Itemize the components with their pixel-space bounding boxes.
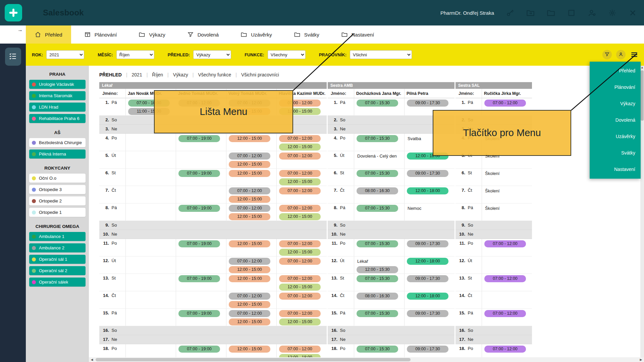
shift-badge[interactable]: 12:00 - 15:00 xyxy=(229,196,270,203)
side-menu-item[interactable]: Svátky xyxy=(590,145,641,161)
shift-badge[interactable]: 07:00 - 15:30 xyxy=(357,170,398,177)
shift-badge[interactable]: 07:00 - 12:00 xyxy=(484,100,526,107)
scroll-right-arrow-icon[interactable]: ▶ xyxy=(638,357,644,362)
shift-badge[interactable]: 07:00 - 15:30 xyxy=(357,240,398,247)
shift-badge[interactable]: 12:00 - 18:00 xyxy=(407,187,448,194)
shift-badge[interactable]: 12:00 - 15:30 xyxy=(357,266,398,273)
shift-badge[interactable]: 07:00 - 12:00 xyxy=(229,187,270,194)
sidebar-item[interactable]: Oční O.o xyxy=(29,174,86,183)
shift-badge[interactable]: 09:00 - 17:30 xyxy=(407,310,448,317)
shift-badge[interactable]: 07:00 - 15:30 xyxy=(357,275,398,282)
side-menu-item[interactable]: Uzávěrky xyxy=(590,128,641,145)
sidebar-item[interactable]: Ortopedie 1 xyxy=(29,208,86,217)
shift-badge[interactable]: 09:00 - 17:30 xyxy=(407,275,448,282)
tab-prehled[interactable]: Přehled xyxy=(26,25,71,44)
scroll-left-arrow-icon[interactable]: ◀ xyxy=(89,357,95,362)
shift-note[interactable]: Školení xyxy=(485,170,532,177)
shift-badge[interactable]: 07:00 - 12:00 xyxy=(279,187,321,194)
side-menu-item[interactable]: Nastavení xyxy=(590,161,641,178)
side-menu-item[interactable]: Přehled xyxy=(590,63,641,79)
breadcrumb-item[interactable]: Všechny funkce xyxy=(198,72,231,77)
shift-note[interactable]: Nemoc xyxy=(408,205,454,212)
sidebar-item[interactable]: Ortopedie 2 xyxy=(29,196,86,205)
shift-badge[interactable]: 07:00 - 15:30 xyxy=(357,205,398,212)
sidebar-item[interactable]: Ortopedie 3 xyxy=(29,185,86,194)
shift-badge[interactable]: 07:00 - 12:00 xyxy=(279,135,321,142)
shift-badge[interactable]: 12:00 - 15:00 xyxy=(229,266,270,273)
shift-badge[interactable]: 12:00 - 15:00 xyxy=(229,318,270,325)
shift-badge[interactable]: 07:00 - 12:00 xyxy=(279,258,321,265)
sidebar-item[interactable]: Rehabilitace Praha 6 xyxy=(29,114,86,123)
horizontal-scrollbar-track[interactable] xyxy=(95,357,638,362)
side-menu-item[interactable]: Výkazy xyxy=(590,96,641,112)
sidebar-item[interactable]: Ambulance 2 xyxy=(29,243,86,252)
side-menu-item[interactable]: Plánování xyxy=(590,79,641,96)
breadcrumb-item[interactable]: PŘEHLED xyxy=(99,72,122,77)
scroll-up-arrow-icon[interactable]: ▲ xyxy=(640,66,644,70)
shift-note[interactable]: Školení xyxy=(485,205,532,212)
shift-badge[interactable]: 09:00 - 17:30 xyxy=(407,100,448,107)
checklist-button[interactable] xyxy=(5,48,21,66)
shift-badge[interactable]: 07:00 - 15:30 xyxy=(357,310,398,317)
app-logo-icon[interactable] xyxy=(5,4,22,21)
shift-badge[interactable]: 09:00 - 17:30 xyxy=(407,346,448,353)
tab-planovani[interactable]: Plánování xyxy=(75,25,126,44)
shift-badge[interactable]: 07:00 - 19:00 xyxy=(178,135,220,142)
filter-select-funkce[interactable]: Všechny xyxy=(268,50,306,59)
shift-badge[interactable]: 07:00 - 19:00 xyxy=(178,240,220,247)
shift-badge[interactable]: 07:00 - 12:00 xyxy=(229,258,270,265)
shift-badge[interactable]: 07:00 - 12:00 xyxy=(279,346,321,353)
shift-badge[interactable]: 12:00 - 15:00 xyxy=(229,135,270,142)
side-menu-item[interactable]: Dovolená xyxy=(590,112,641,128)
shift-badge[interactable]: 07:00 - 12:00 xyxy=(229,310,270,317)
sidebar-item[interactable]: Urologie Václavák xyxy=(29,80,86,89)
shift-badge[interactable]: 07:00 - 19:00 xyxy=(178,275,220,282)
arrow-right-icon[interactable]: → xyxy=(17,27,23,33)
tab-vykazy[interactable]: Výkazy xyxy=(130,25,174,44)
window-icon[interactable] xyxy=(567,8,576,17)
folder-icon[interactable] xyxy=(546,8,555,17)
filter-select-pracovnik[interactable]: Všichni xyxy=(350,50,412,59)
breadcrumb-item[interactable]: 2021 xyxy=(132,72,142,77)
shift-badge[interactable]: 12:00 - 15:00 xyxy=(229,240,270,247)
shift-badge[interactable]: 07:00 - 12:00 xyxy=(279,240,321,247)
shift-badge[interactable]: 12:00 - 15:00 xyxy=(279,178,321,185)
shift-badge[interactable]: 12:00 - 15:00 xyxy=(229,301,270,308)
shift-badge[interactable]: 12:00 - 15:00 xyxy=(229,275,270,282)
filter-select-prehled[interactable]: Výkazy xyxy=(193,50,231,59)
vertical-scrollbar-thumb[interactable] xyxy=(641,70,644,121)
breadcrumb-item[interactable]: Říjen xyxy=(152,72,163,77)
shift-badge[interactable]: 12:00 - 18:00 xyxy=(407,293,448,300)
shift-note[interactable]: Dovolená - Celý den xyxy=(357,153,404,160)
key-icon[interactable] xyxy=(505,8,515,17)
tab-svatky[interactable]: Svátky xyxy=(285,25,328,44)
shift-badge[interactable]: 07:00 - 12:00 xyxy=(279,153,321,160)
shift-badge[interactable]: 12:00 - 15:00 xyxy=(279,213,321,220)
filter-select-mesic[interactable]: Říjen xyxy=(116,50,154,59)
shift-badge[interactable]: 12:00 - 15:00 xyxy=(229,213,270,220)
sidebar-item[interactable]: Operační sál 2 xyxy=(29,266,86,275)
tab-dovolena[interactable]: Dovolená xyxy=(178,25,227,44)
tab-nastaveni[interactable]: Nastavení xyxy=(332,25,383,44)
horizontal-scrollbar-thumb[interactable] xyxy=(96,358,411,361)
shift-badge[interactable]: 07:00 - 12:00 xyxy=(484,275,526,282)
sidebar-item[interactable]: Operační sálek xyxy=(29,278,86,287)
shift-badge[interactable]: 07:00 - 19:00 xyxy=(178,170,220,177)
shift-badge[interactable]: 07:00 - 19:00 xyxy=(178,346,220,353)
shift-badge[interactable]: 07:00 - 12:00 xyxy=(484,346,526,353)
gear-icon[interactable] xyxy=(608,8,617,17)
shift-badge[interactable]: 12:00 - 15:00 xyxy=(229,170,270,177)
shift-badge[interactable]: 12:00 - 15:00 xyxy=(279,143,321,150)
breadcrumb-item[interactable]: Všichni pracovníci xyxy=(241,72,279,77)
shift-note[interactable]: Školení xyxy=(485,188,532,194)
close-icon[interactable] xyxy=(628,8,637,17)
shift-badge[interactable]: 07:00 - 12:00 xyxy=(484,240,526,247)
shift-badge[interactable]: 12:00 - 15:00 xyxy=(279,318,321,325)
sidebar-item[interactable]: Interna Staromák xyxy=(29,91,86,100)
shift-badge[interactable]: 07:00 - 12:00 xyxy=(484,310,526,317)
shift-badge[interactable]: 08:00 - 16:30 xyxy=(357,293,398,300)
shift-badge[interactable]: 07:00 - 12:00 xyxy=(229,153,270,160)
sidebar-item[interactable]: Ambulance 1 xyxy=(29,232,86,241)
tab-uzaverky[interactable]: Uzávěrky xyxy=(232,25,281,44)
shift-badge[interactable]: 07:00 - 12:00 xyxy=(229,293,270,300)
